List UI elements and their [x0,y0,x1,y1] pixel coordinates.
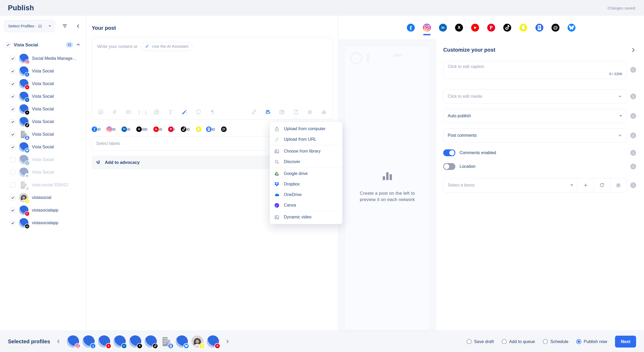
profile-checkbox[interactable] [10,182,15,188]
sidebar-profile-row[interactable]: Vista Social [4,115,82,128]
radio-circle[interactable] [576,339,581,344]
add-boost-button[interactable]: + [577,178,594,192]
tab-tiktok[interactable] [503,24,511,32]
info-icon[interactable]: i [630,164,636,169]
boost-select[interactable]: Select a boost [443,178,577,192]
tab-snapchat[interactable] [519,24,527,32]
sidebar-profile-row[interactable]: Vista Social [4,166,82,179]
selected-profile-avatar-x[interactable]: X [129,335,141,348]
selected-profile-avatar-snapchat[interactable] [191,335,203,348]
profile-checkbox[interactable] [10,106,15,112]
menu-item-upload-from-url[interactable]: Upload from URL [270,134,342,145]
media-library-icon[interactable] [306,109,313,115]
auto-publish-select[interactable]: Auto publish [443,109,627,123]
post-comments-select[interactable]: Post comments [443,128,627,143]
link-icon[interactable] [251,109,257,115]
caption-editor[interactable]: Click to edit caption 0 / 2200 [443,61,627,79]
tab-x[interactable]: X [455,24,463,32]
profile-checkbox[interactable] [10,157,15,162]
radio-schedule[interactable]: Schedule [543,339,568,344]
profile-checkbox[interactable] [10,94,15,99]
ai-wand-icon[interactable] [181,109,188,115]
profile-checkbox[interactable] [10,56,15,61]
camera-icon[interactable] [279,109,285,115]
snippet-icon[interactable] [125,109,132,115]
chevron-right-icon[interactable] [630,47,636,53]
paragraph-icon[interactable]: ¶ [209,109,216,115]
tab-bluesky[interactable] [568,24,575,32]
post-editor[interactable]: Write your content or Use the AI Assista… [92,37,333,120]
selected-profile-avatar-instagram[interactable] [67,335,79,348]
scroll-left-icon[interactable] [55,339,62,344]
menu-item-choose-from-library[interactable]: Choose from library [270,146,342,157]
sidebar-profile-row[interactable]: fVista Social [4,65,82,77]
profile-checkbox[interactable] [10,69,15,74]
info-icon[interactable]: i [630,182,636,188]
ai-assistant-button[interactable]: Use the AI Assistant [141,42,192,51]
sidebar-profile-row[interactable]: vistasocial [4,191,82,204]
scroll-right-icon[interactable] [224,339,231,344]
tab-threads[interactable]: @ [552,24,559,32]
menu-item-upload-from-computer[interactable]: Upload from computer [270,124,342,134]
sidebar-profile-row[interactable]: inVista Social [4,90,82,103]
profile-checkbox[interactable] [10,220,15,226]
radio-publish-now[interactable]: Publish now [576,339,607,344]
selected-profile-avatar-pinterest[interactable]: P [207,335,219,348]
collapse-sidebar-icon[interactable] [75,22,82,30]
profile-group-header[interactable]: Vista Social 11 [4,41,82,48]
profile-checkbox[interactable] [10,81,15,86]
menu-item-dynamic-video[interactable]: Dynamic video [270,212,342,222]
menu-item-onedrive[interactable]: OneDrive [270,189,342,200]
location-toggle[interactable] [443,163,455,170]
video-icon[interactable] [265,109,271,115]
tab-google-business[interactable] [535,24,543,32]
profile-checkbox[interactable] [10,144,15,150]
selected-profile-avatar-linkedin[interactable]: in [114,335,126,348]
menu-item-discover[interactable]: Discover [270,157,342,167]
filter-icon[interactable] [61,22,69,30]
sidebar-profile-row[interactable]: Vista Social [4,128,82,141]
sidebar-profile-row[interactable]: vista-social-320412 [4,179,82,191]
sidebar-profile-row[interactable]: Social Media Managem… [4,52,82,65]
sidebar-profile-row[interactable]: @vistasocialapp [4,217,82,229]
radio-circle[interactable] [502,339,507,344]
tab-facebook[interactable]: f [407,24,415,32]
media-editor[interactable]: Click to edit media [443,89,627,104]
selected-profile-avatar-facebook[interactable]: f [82,335,95,348]
profile-checkbox[interactable] [10,208,15,213]
selected-profile-avatar-google-business[interactable] [160,335,172,348]
text-format-icon[interactable]: T [167,109,174,115]
sidebar-profile-row[interactable]: Vista Social [4,141,82,153]
radio-circle[interactable] [467,339,472,344]
select-profiles-dropdown[interactable]: Select Profiles · 11 [4,20,55,32]
tab-linkedin[interactable]: in [439,24,447,32]
profile-checkbox[interactable] [10,170,15,175]
sidebar-profile-row[interactable]: AVista Social [4,153,82,166]
chevron-up-icon[interactable] [75,41,82,48]
sidebar-profile-row[interactable]: Pvistasocialapp [4,204,82,217]
radio-save-draft[interactable]: Save draft [467,339,494,344]
sidebar-profile-row[interactable]: Vista Social [4,77,82,90]
refresh-boost-button[interactable] [594,178,610,192]
selected-profile-avatar-tiktok[interactable] [145,335,157,348]
menu-item-canva[interactable]: CCanva [270,200,342,211]
sidebar-profile-row[interactable]: XVista Social [4,103,82,115]
selected-profile-avatar-youtube[interactable] [98,335,110,348]
file-icon[interactable] [292,109,299,115]
selected-profile-avatar-bluesky[interactable] [176,335,188,348]
boost-settings-button[interactable] [610,178,626,192]
menu-item-google-drive[interactable]: Google drive [270,168,342,179]
shield-icon[interactable] [195,109,202,115]
profile-checkbox[interactable] [10,132,15,137]
variables-icon[interactable]: {⋮} [139,109,146,115]
radio-circle[interactable] [543,339,548,344]
tab-youtube[interactable] [471,24,479,32]
next-button[interactable]: Next [615,336,636,348]
stats-icon[interactable] [320,109,327,115]
profile-checkbox[interactable] [10,119,15,124]
tab-pinterest[interactable]: P [487,24,495,32]
menu-item-dropbox[interactable]: Dropbox [270,179,342,189]
profile-checkbox[interactable] [10,195,15,200]
group-checkbox[interactable] [5,42,11,47]
hashtag-icon[interactable]: # [111,109,118,115]
